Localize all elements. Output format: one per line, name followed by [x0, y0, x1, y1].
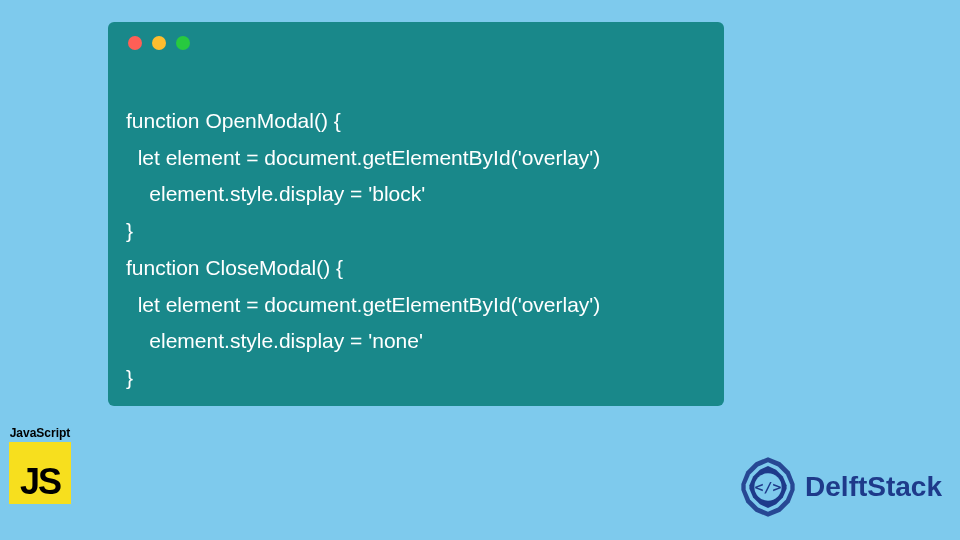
- svg-text:</>: </>: [755, 478, 782, 496]
- code-line: let element = document.getElementById('o…: [126, 293, 600, 316]
- code-block: function OpenModal() { let element = doc…: [126, 66, 706, 397]
- javascript-label: JavaScript: [0, 426, 80, 440]
- close-icon: [128, 36, 142, 50]
- javascript-logo-icon: JS: [9, 442, 71, 504]
- code-line: element.style.display = 'block': [126, 182, 425, 205]
- code-line: }: [126, 366, 133, 389]
- minimize-icon: [152, 36, 166, 50]
- code-line: function OpenModal() {: [126, 109, 341, 132]
- brand-logo: </> DelftStack: [737, 456, 942, 518]
- javascript-logo-text: JS: [20, 464, 60, 504]
- delftstack-icon: </>: [737, 456, 799, 518]
- javascript-badge: JavaScript JS: [0, 426, 80, 504]
- code-window: function OpenModal() { let element = doc…: [108, 22, 724, 406]
- code-line: element.style.display = 'none': [126, 329, 423, 352]
- maximize-icon: [176, 36, 190, 50]
- window-controls: [128, 36, 706, 50]
- code-line: let element = document.getElementById('o…: [126, 146, 600, 169]
- code-line: }: [126, 219, 133, 242]
- code-line: function CloseModal() {: [126, 256, 343, 279]
- brand-name: DelftStack: [805, 471, 942, 503]
